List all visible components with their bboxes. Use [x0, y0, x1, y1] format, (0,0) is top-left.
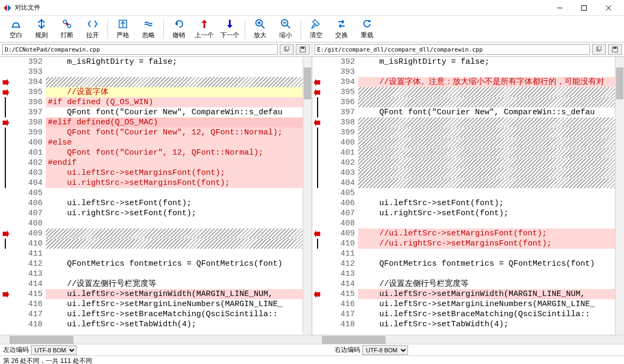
left-code-line[interactable]: QFont font("Courier", 12, QFont::Normal)… [46, 148, 303, 158]
left-copy-button[interactable] [280, 44, 294, 55]
toolbar-swap-label: 交换 [335, 31, 348, 40]
left-vscrollbar[interactable] [303, 57, 312, 335]
left-code-line[interactable]: #else [46, 138, 303, 148]
left-code-line[interactable] [46, 77, 303, 87]
left-code-line[interactable]: ui.leftSrc->setMarginWidth(MARGIN_LINE_N… [46, 289, 303, 299]
right-code-line[interactable] [358, 117, 615, 128]
minimize-button[interactable] [547, 0, 572, 16]
right-code-line[interactable]: ui.leftSrc->setFont(font); [358, 198, 615, 208]
right-code-line[interactable]: QFont font("Courier New", CompareWin::s_… [358, 107, 615, 117]
right-code-line[interactable] [358, 148, 615, 158]
maximize-button[interactable] [572, 0, 596, 16]
left-code-line[interactable]: ui.rightSrc->setMarginsFont(font); [46, 178, 303, 188]
left-code-line[interactable] [46, 218, 303, 228]
left-code-line[interactable]: ui.leftSrc->setBraceMatching(QsciScintil… [46, 309, 303, 319]
left-code-line[interactable]: #if defined (Q_OS_WIN) [46, 97, 303, 107]
toolbar-expand-button[interactable]: 拉开 [80, 17, 105, 41]
right-diff-marker [312, 67, 323, 77]
toolbar-rule-button[interactable]: 规则 [29, 17, 54, 41]
clear-icon [311, 18, 321, 30]
left-code-line[interactable]: //设置左侧行号栏宽度等 [46, 279, 303, 289]
left-code-line[interactable]: #endif [46, 158, 303, 168]
right-code-line[interactable]: //ui.leftSrc->setMarginsFont(font); [358, 228, 615, 239]
toolbar-zoomin-button[interactable]: 放大 [247, 17, 273, 41]
right-code-line[interactable] [358, 178, 615, 188]
left-code-line[interactable] [46, 249, 303, 259]
right-path-input[interactable] [314, 44, 590, 55]
left-code-line[interactable]: //设置字体 [46, 87, 303, 97]
left-code-line[interactable]: ui.leftSrc->setMarginsFont(font); [46, 168, 303, 178]
left-hscrollbar[interactable] [0, 335, 312, 344]
left-code-line[interactable]: ui.leftSrc->setTabWidth(4); [46, 319, 303, 329]
right-code-line[interactable] [358, 249, 615, 259]
right-code-line[interactable]: m_isRightDirty = false; [358, 57, 615, 67]
toolbar-undo-button[interactable]: 撤销 [166, 17, 192, 41]
toolbar-strict-button[interactable]: 严格 [110, 17, 136, 41]
left-save-button[interactable] [296, 44, 310, 55]
left-line-number: 418 [11, 319, 46, 329]
left-code-line[interactable] [46, 188, 303, 198]
toolbar-prev-button[interactable]: 上一个 [192, 17, 217, 41]
left-code-line[interactable]: ui.leftSrc->setFont(font); [46, 198, 303, 208]
close-button[interactable] [596, 0, 621, 16]
left-code-line[interactable]: QFont font("Courier New", 12, QFont::Nor… [46, 128, 303, 138]
right-code-line[interactable]: ui.leftSrc->setMarginWidth(MARGIN_LINE_N… [358, 289, 615, 299]
right-code-line[interactable] [358, 128, 615, 138]
right-line-number: 413 [323, 269, 358, 279]
right-code-line[interactable] [358, 97, 615, 107]
right-code-line[interactable] [358, 168, 615, 178]
right-line-number: 402 [323, 158, 358, 168]
right-code-line[interactable] [358, 218, 615, 228]
left-code-line[interactable] [46, 239, 303, 249]
right-code-line[interactable] [358, 87, 615, 97]
toolbar-swap-button[interactable]: 交换 [329, 17, 354, 41]
right-code-line[interactable]: ui.rightSrc->setFont(font); [358, 208, 615, 218]
right-code-line[interactable] [358, 188, 615, 198]
left-encoding-select[interactable]: UTF-8 BOM [31, 345, 77, 355]
toolbar-next-button[interactable]: 下一个 [217, 17, 243, 41]
right-code-line[interactable] [358, 67, 615, 77]
right-code-line[interactable]: ui.leftSrc->setMarginLineNumbers(MARGIN_… [358, 299, 615, 309]
left-code-line[interactable] [46, 67, 303, 77]
right-code-line[interactable]: //设置左侧行号栏宽度等 [358, 279, 615, 289]
left-path-input[interactable] [2, 44, 278, 55]
right-code-line[interactable]: QFontMetrics fontmetrics = QFontMetrics(… [358, 259, 615, 269]
right-vscrollbar[interactable] [615, 57, 624, 335]
right-code-line[interactable] [358, 138, 615, 148]
left-code-line[interactable]: m_isRightDirty = false; [46, 57, 303, 67]
right-diff-marker [312, 269, 323, 279]
editors: 3923933943953963973983994004014024034044… [0, 57, 624, 335]
right-code-line[interactable]: //设置字体。注意：放大缩小不是所有字体都行的，可能没有对 [358, 77, 615, 87]
left-code-line[interactable]: #elif defined(Q_OS_MAC) [46, 117, 303, 128]
left-code-line[interactable]: QFontMetrics fontmetrics = QFontMetrics(… [46, 259, 303, 269]
toolbar-blank-button[interactable]: 空白 [3, 17, 29, 41]
right-code-line[interactable]: //ui.rightSrc->setMarginsFont(font); [358, 239, 615, 249]
toolbar-break-button[interactable]: 打断 [54, 17, 80, 41]
toolbar-zoomout-button[interactable]: 缩小 [273, 17, 298, 41]
right-code-line[interactable]: ui.leftSrc->setTabWidth(4); [358, 319, 615, 329]
right-code-line[interactable]: ui.leftSrc->setBraceMatching(QsciScintil… [358, 309, 615, 319]
left-code-line[interactable]: ui.rightSrc->setFont(font); [46, 208, 303, 218]
right-encoding-select[interactable]: UTF-8 BOM [362, 345, 408, 355]
toolbar-reload-button[interactable]: 重载 [354, 17, 380, 41]
toolbar-clear-button[interactable]: 清空 [303, 17, 329, 41]
toolbar-ignore-button[interactable]: 忽略 [136, 17, 161, 41]
left-code-line[interactable]: QFont font("Courier New", CompareWin::s_… [46, 107, 303, 117]
left-code-line[interactable] [46, 228, 303, 239]
left-code-line[interactable]: ui.leftSrc->setMarginLineNumbers(MARGIN_… [46, 299, 303, 309]
left-diff-marker [0, 259, 11, 269]
left-code-line[interactable] [46, 269, 303, 279]
right-hscrollbar[interactable] [312, 335, 625, 344]
svg-rect-28 [301, 47, 304, 49]
right-code-line[interactable] [358, 269, 615, 279]
right-line-number: 416 [323, 299, 358, 309]
right-line-number: 409 [323, 228, 358, 239]
left-code-area[interactable]: m_isRightDirty = false; //设置字体#if define… [46, 57, 303, 335]
right-diff-marker [312, 107, 323, 117]
right-code-area[interactable]: m_isRightDirty = false; //设置字体。注意：放大缩小不是… [358, 57, 615, 335]
left-pane: 3923933943953963973983994004014024034044… [0, 57, 312, 335]
right-copy-button[interactable] [592, 44, 606, 55]
right-diff-marker [312, 309, 323, 319]
right-save-button[interactable] [608, 44, 622, 55]
right-code-line[interactable] [358, 158, 615, 168]
